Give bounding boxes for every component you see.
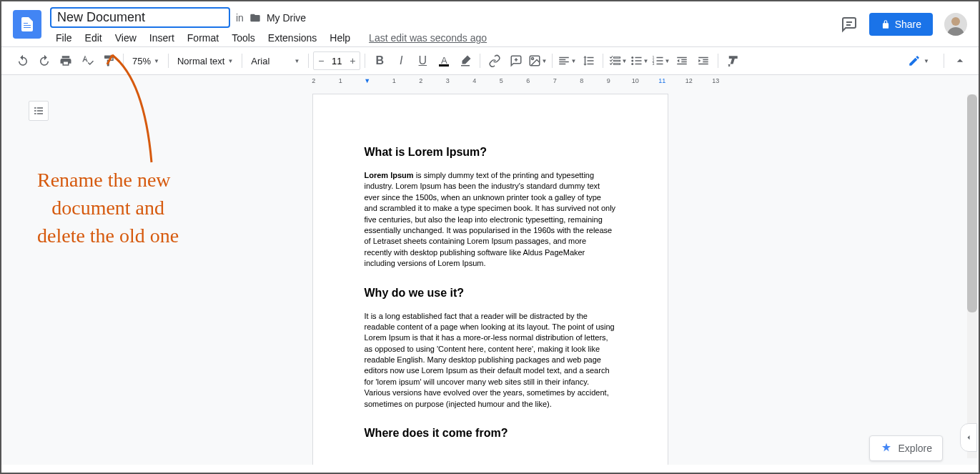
comments-icon[interactable] <box>841 16 858 33</box>
document-canvas[interactable]: What is Lorem Ipsum? Lorem Ipsum is simp… <box>1 87 979 465</box>
indent-increase-button[interactable] <box>693 51 713 71</box>
ruler[interactable]: 2 1 ▼ 1 2 3 4 5 6 7 8 9 10 11 12 13 <box>1 75 979 87</box>
in-label: in <box>236 12 244 24</box>
font-size-increase[interactable]: + <box>345 52 360 69</box>
menu-edit[interactable]: Edit <box>79 29 108 46</box>
folder-icon <box>249 12 261 24</box>
paint-format-button[interactable] <box>99 51 119 71</box>
document-title-input[interactable] <box>50 7 230 28</box>
svg-point-7 <box>632 56 634 59</box>
highlight-button[interactable] <box>455 51 475 71</box>
svg-point-2 <box>951 17 960 26</box>
svg-point-6 <box>532 58 534 60</box>
menu-insert[interactable]: Insert <box>144 29 180 46</box>
font-size-decrease[interactable]: − <box>314 52 328 69</box>
undo-button[interactable] <box>13 51 33 71</box>
svg-point-8 <box>632 60 634 62</box>
share-label: Share <box>895 19 921 30</box>
line-spacing-button[interactable] <box>578 51 598 71</box>
svg-point-9 <box>632 63 634 65</box>
explore-icon <box>880 442 893 455</box>
collapse-toolbar-button[interactable] <box>953 54 967 68</box>
account-avatar[interactable] <box>944 13 967 36</box>
align-button[interactable]: ▼ <box>557 51 577 71</box>
explore-button[interactable]: Explore <box>869 435 943 461</box>
paragraph-1[interactable]: Lorem Ipsum is simply dummy text of the … <box>365 170 616 270</box>
italic-button[interactable]: I <box>391 51 411 71</box>
menu-tools[interactable]: Tools <box>226 29 261 46</box>
comment-button[interactable] <box>506 51 526 71</box>
checklist-button[interactable]: ▼ <box>608 51 628 71</box>
docs-logo[interactable] <box>13 10 41 39</box>
menu-help[interactable]: Help <box>324 29 356 46</box>
style-select[interactable]: Normal text▼ <box>173 54 237 68</box>
font-size-input[interactable] <box>328 56 345 66</box>
menu-format[interactable]: Format <box>182 29 224 46</box>
zoom-select[interactable]: 75%▼ <box>128 54 164 68</box>
share-button[interactable]: Share <box>869 13 933 36</box>
menu-extensions[interactable]: Extensions <box>262 29 322 46</box>
font-select[interactable]: Arial▼ <box>247 54 304 68</box>
bullet-list-button[interactable]: ▼ <box>629 51 649 71</box>
clear-format-button[interactable] <box>723 51 743 71</box>
side-panel-toggle[interactable] <box>960 423 977 452</box>
outline-button[interactable] <box>29 101 49 121</box>
redo-button[interactable] <box>34 51 54 71</box>
page[interactable]: What is Lorem Ipsum? Lorem Ipsum is simp… <box>312 94 668 465</box>
text-color-button[interactable]: A <box>434 51 454 71</box>
heading-2[interactable]: Why do we use it? <box>365 287 616 300</box>
vertical-scrollbar[interactable] <box>967 94 977 458</box>
lock-icon <box>881 19 891 29</box>
number-list-button[interactable]: 123▼ <box>650 51 670 71</box>
menu-file[interactable]: File <box>50 29 78 46</box>
underline-button[interactable]: U <box>412 51 432 71</box>
print-button[interactable] <box>56 51 76 71</box>
last-edit-link[interactable]: Last edit was seconds ago <box>369 32 487 44</box>
spellcheck-button[interactable] <box>77 51 97 71</box>
paragraph-2[interactable]: It is a long established fact that a rea… <box>365 311 616 410</box>
pencil-icon <box>908 54 921 67</box>
toolbar: 75%▼ Normal text▼ Arial▼ − + B I U A ▼ ▼… <box>1 46 979 75</box>
bold-button[interactable]: B <box>370 51 390 71</box>
heading-1[interactable]: What is Lorem Ipsum? <box>365 146 616 159</box>
image-button[interactable]: ▼ <box>528 51 548 71</box>
menu-view[interactable]: View <box>109 29 142 46</box>
link-button[interactable] <box>485 51 505 71</box>
svg-text:3: 3 <box>653 61 655 66</box>
indent-decrease-button[interactable] <box>672 51 692 71</box>
drive-location[interactable]: My Drive <box>267 12 306 24</box>
edit-mode-button[interactable]: ▼ <box>902 51 935 70</box>
heading-3[interactable]: Where does it come from? <box>365 427 616 440</box>
